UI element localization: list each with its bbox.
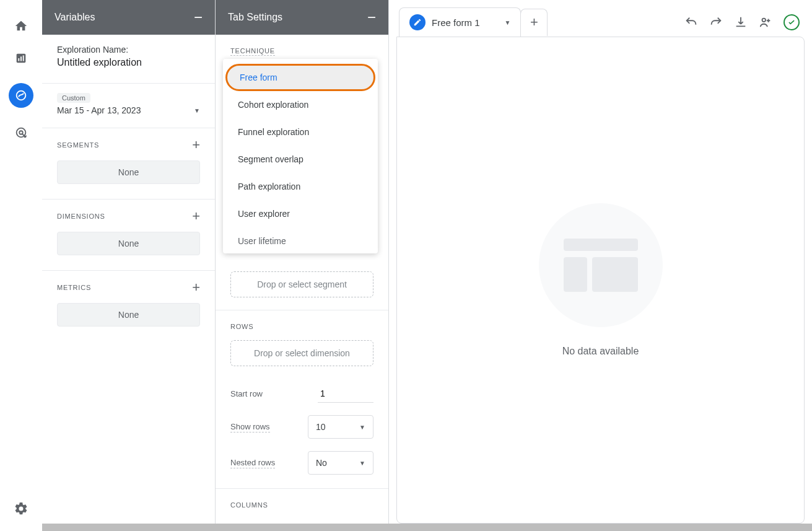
rows-label: ROWS: [216, 310, 388, 335]
add-tab-button[interactable]: +: [520, 9, 548, 36]
start-row-input[interactable]: [318, 385, 373, 403]
svg-rect-1: [18, 58, 19, 61]
technique-label: TECHNIQUE: [216, 35, 388, 61]
tab-settings-title: Tab Settings: [228, 12, 282, 23]
exploration-name-label: Exploration Name:: [57, 45, 200, 55]
canvas-body: No data available: [396, 37, 805, 524]
add-segment-button[interactable]: +: [192, 138, 200, 152]
no-data-message: No data available: [562, 346, 639, 357]
show-rows-label: Show rows: [230, 422, 270, 432]
date-range-section[interactable]: Custom Mar 15 - Apr 13, 2023 ▼: [42, 84, 215, 128]
reports-icon[interactable]: [14, 51, 28, 66]
placeholder-graphic: [539, 203, 663, 327]
collapse-icon[interactable]: −: [194, 9, 203, 26]
tab-settings-panel: Tab Settings − TECHNIQUE Drop or select …: [216, 0, 389, 531]
undo-icon[interactable]: [684, 15, 698, 29]
segments-label: SEGMENTS: [57, 141, 99, 149]
tab-settings-header: Tab Settings −: [216, 0, 388, 35]
share-icon[interactable]: [759, 15, 772, 29]
date-range-value: Mar 15 - Apr 13, 2023: [57, 105, 141, 115]
dimensions-label: DIMENSIONS: [57, 213, 105, 220]
exploration-name-section: Exploration Name: Untitled exploration: [42, 35, 215, 84]
nested-rows-label: Nested rows: [230, 458, 275, 468]
dimensions-section: DIMENSIONS + None: [42, 200, 215, 271]
date-range-chip: Custom: [57, 93, 90, 103]
download-icon[interactable]: [734, 15, 748, 29]
dropdown-caret-icon: ▼: [359, 460, 365, 467]
technique-option-user-explorer[interactable]: User explorer: [223, 200, 378, 227]
svg-point-4: [17, 91, 26, 100]
svg-rect-3: [23, 55, 24, 61]
technique-option-free-form[interactable]: Free form: [225, 64, 375, 91]
dropdown-caret-icon: ▼: [359, 424, 365, 431]
variables-header: Variables −: [42, 0, 215, 35]
metrics-none: None: [57, 303, 200, 327]
dropdown-caret-icon: ▼: [194, 107, 200, 114]
settings-icon[interactable]: [14, 501, 28, 516]
technique-option-user-lifetime[interactable]: User lifetime: [223, 227, 378, 248]
canvas-area: Free form 1 ▼ +: [389, 0, 812, 531]
technique-option-cohort[interactable]: Cohort exploration: [223, 91, 378, 118]
technique-dropdown: Free form Cohort exploration Funnel expl…: [223, 59, 378, 253]
tab-dropdown-icon[interactable]: ▼: [505, 19, 511, 26]
segments-section: SEGMENTS + None: [42, 128, 215, 200]
metrics-section: METRICS + None: [42, 271, 215, 341]
metrics-label: METRICS: [57, 284, 91, 291]
exploration-name-value[interactable]: Untitled exploration: [57, 57, 200, 68]
show-rows-select[interactable]: 10 ▼: [308, 415, 373, 439]
start-row-label: Start row: [230, 389, 263, 398]
canvas-tab-name: Free form 1: [432, 17, 480, 28]
svg-rect-2: [20, 56, 22, 61]
canvas-tab[interactable]: Free form 1 ▼: [399, 7, 521, 37]
segments-none: None: [57, 160, 200, 184]
horizontal-scrollbar[interactable]: [42, 524, 812, 531]
svg-point-7: [762, 18, 766, 21]
dimensions-none: None: [57, 232, 200, 255]
add-metric-button[interactable]: +: [192, 281, 200, 294]
columns-label: COLUMNS: [216, 489, 388, 514]
add-dimension-button[interactable]: +: [192, 209, 200, 223]
status-check-icon[interactable]: [784, 14, 800, 30]
technique-option-segment-overlap[interactable]: Segment overlap: [223, 146, 378, 173]
explore-icon[interactable]: [9, 83, 33, 108]
nested-rows-select[interactable]: No ▼: [308, 451, 373, 475]
technique-option-funnel[interactable]: Funnel exploration: [223, 118, 378, 146]
variables-panel: Variables − Exploration Name: Untitled e…: [42, 0, 216, 531]
collapse-icon[interactable]: −: [367, 9, 376, 26]
edit-icon: [409, 14, 426, 30]
home-icon[interactable]: [14, 19, 28, 33]
drop-dimension-zone[interactable]: Drop or select dimension: [230, 340, 373, 366]
left-nav-rail: [0, 0, 42, 531]
drop-segment-zone[interactable]: Drop or select segment: [230, 271, 373, 297]
advertising-icon[interactable]: [14, 125, 28, 140]
variables-title: Variables: [55, 12, 95, 23]
redo-icon[interactable]: [709, 15, 723, 29]
technique-option-path[interactable]: Path exploration: [223, 173, 378, 200]
